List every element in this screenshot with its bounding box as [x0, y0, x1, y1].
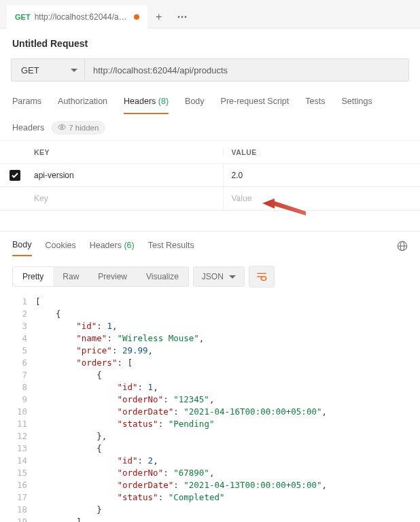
header-key-placeholder[interactable]: Key — [30, 187, 224, 210]
resp-right-icons — [397, 241, 408, 254]
tab-params[interactable]: Params — [12, 92, 41, 114]
url-bar: GET — [0, 56, 420, 92]
resp-tab-test-results[interactable]: Test Results — [148, 239, 194, 256]
lang-select[interactable]: JSON — [193, 266, 245, 287]
tab-body[interactable]: Body — [185, 92, 205, 114]
url-input[interactable] — [84, 58, 409, 82]
headers-table-row: api-version 2.0 — [0, 164, 420, 187]
line-gutter: 1234567891011121314151617181920 — [0, 296, 35, 522]
headers-table-row-empty: Key Value — [0, 187, 420, 210]
tab-method-label: GET — [15, 13, 31, 21]
svg-point-1 — [181, 16, 183, 18]
headers-subhead: Headers 7 hidden — [0, 114, 420, 140]
preview-button[interactable]: Preview — [88, 267, 137, 286]
pretty-button[interactable]: Pretty — [13, 267, 53, 286]
unsaved-dot-icon — [134, 14, 139, 20]
tab-settings[interactable]: Settings — [341, 92, 372, 114]
headers-subhead-label: Headers — [12, 123, 44, 133]
view-toolbar: Pretty Raw Preview Visualize JSON — [0, 262, 420, 293]
method-select[interactable]: GET — [11, 58, 84, 82]
tab-authorization[interactable]: Authorization — [58, 92, 107, 114]
check-icon — [11, 171, 19, 179]
svg-point-3 — [61, 126, 63, 128]
new-tab-button[interactable]: + — [147, 5, 171, 29]
wrap-button[interactable] — [249, 266, 275, 288]
col-value: VALUE — [224, 148, 421, 156]
resp-tab-headers[interactable]: Headers (6) — [90, 239, 135, 256]
code-lines: [ { "id": 1, "name": "Wireless Mouse", "… — [35, 296, 420, 522]
row-checkbox[interactable] — [10, 170, 20, 181]
request-title[interactable]: Untitled Request — [0, 29, 420, 56]
resp-tab-body[interactable]: Body — [12, 239, 32, 256]
chevron-down-icon — [229, 275, 236, 279]
tab-bar: GET http://localhost:62044/api/prod... + — [0, 0, 420, 29]
request-tabs: Params Authorization Headers (8) Body Pr… — [0, 92, 420, 114]
svg-point-0 — [177, 16, 179, 18]
response-body[interactable]: 1234567891011121314151617181920 [ { "id"… — [0, 293, 420, 522]
header-value-placeholder[interactable]: Value — [224, 187, 421, 210]
response-tabs: Body Cookies Headers (6) Test Results — [0, 232, 420, 262]
raw-button[interactable]: Raw — [53, 267, 88, 286]
tab-headers[interactable]: Headers (8) — [124, 92, 169, 114]
svg-point-2 — [184, 16, 186, 18]
eye-icon — [58, 123, 66, 133]
hidden-headers-pill[interactable]: 7 hidden — [51, 121, 105, 135]
method-select-label: GET — [21, 65, 39, 75]
ellipsis-icon — [177, 16, 187, 18]
tab-request[interactable]: GET http://localhost:62044/api/prod... — [7, 5, 147, 29]
tab-title: http://localhost:62044/api/prod... — [35, 12, 130, 22]
header-key-input[interactable]: api-version — [30, 164, 224, 186]
tab-prerequest[interactable]: Pre-request Script — [221, 92, 290, 114]
col-key: KEY — [30, 148, 224, 156]
headers-table: KEY VALUE api-version 2.0 Key Value — [0, 140, 420, 211]
wrap-icon — [256, 272, 267, 281]
visualize-button[interactable]: Visualize — [137, 267, 188, 286]
tab-tests[interactable]: Tests — [305, 92, 325, 114]
tab-options-button[interactable] — [171, 5, 194, 29]
view-mode-group: Pretty Raw Preview Visualize — [12, 266, 189, 287]
resp-tab-cookies[interactable]: Cookies — [46, 239, 76, 256]
chevron-down-icon — [71, 69, 77, 72]
header-value-input[interactable]: 2.0 — [224, 164, 421, 186]
headers-table-head: KEY VALUE — [0, 141, 420, 164]
globe-icon[interactable] — [397, 242, 408, 254]
